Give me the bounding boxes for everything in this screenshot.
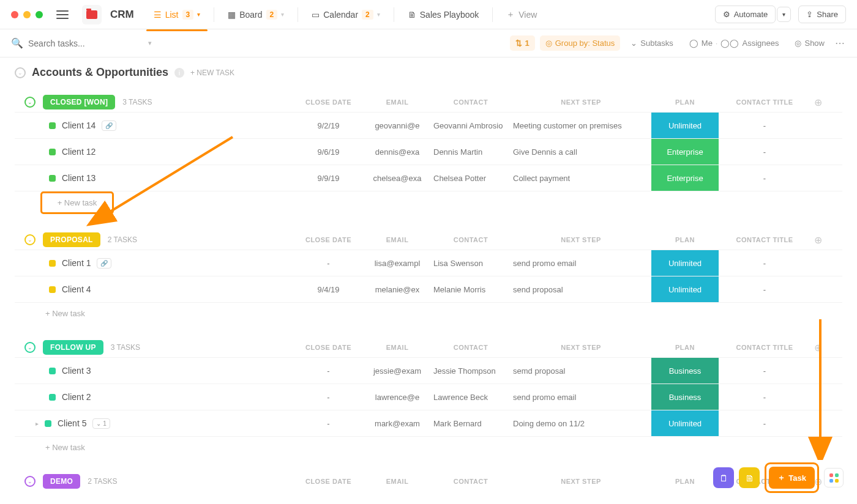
column-header[interactable]: EMAIL — [364, 236, 431, 243]
table-row[interactable]: Client 12 9/6/19dennis@exaDennis MartinG… — [15, 139, 842, 165]
column-header[interactable]: CLOSE DATE — [293, 478, 364, 485]
column-header[interactable]: CONTACT TITLE — [719, 236, 810, 243]
cell-close[interactable]: - — [293, 259, 364, 268]
column-header[interactable]: CLOSE DATE — [293, 98, 364, 106]
status-pill[interactable]: FOLLOW UP — [43, 340, 103, 355]
cell-close[interactable]: 9/6/19 — [293, 147, 364, 157]
plan-tag[interactable]: Business — [651, 384, 719, 410]
cell-contact-title[interactable]: - — [719, 147, 810, 157]
collapse-icon[interactable]: ⌄ — [15, 67, 26, 78]
cell-email[interactable]: jessie@exam — [364, 366, 431, 376]
cell-email[interactable]: mark@exam — [364, 419, 431, 428]
status-pill[interactable]: DEMO — [43, 474, 80, 489]
workspace-icon[interactable] — [82, 5, 102, 24]
column-header[interactable]: EMAIL — [364, 478, 431, 485]
menu-icon[interactable] — [56, 10, 69, 19]
cell-email[interactable]: lisa@exampl — [364, 259, 431, 268]
column-header[interactable]: CLOSE DATE — [293, 344, 364, 351]
cell-close[interactable]: - — [293, 393, 364, 402]
apps-button[interactable] — [824, 468, 844, 487]
plan-tag[interactable]: Unlimited — [651, 113, 719, 138]
tab-doc[interactable]: 🗎 Sales Playbook — [400, 5, 487, 24]
column-header[interactable]: CONTACT — [431, 236, 511, 243]
column-header[interactable]: NEXT STEP — [511, 478, 651, 485]
tab-calendar[interactable]: ▭ Calendar 2 ▾ — [304, 5, 387, 24]
plan-tag[interactable]: Enterprise — [651, 139, 719, 165]
plan-tag[interactable]: Unlimited — [651, 276, 719, 302]
cell-close[interactable]: - — [293, 419, 364, 428]
column-header[interactable]: NEXT STEP — [511, 236, 651, 243]
column-header[interactable]: EMAIL — [364, 98, 431, 106]
minimize-window-icon[interactable] — [23, 11, 31, 18]
cell-contact[interactable]: Mark Bernard — [431, 419, 511, 428]
cell-next[interactable]: Collect payment — [511, 174, 651, 183]
table-row[interactable]: Client 3 -jessie@examJessie Thompsonsemd… — [15, 357, 842, 384]
cell-contact[interactable]: Jessie Thompson — [431, 366, 511, 376]
column-header[interactable]: CLOSE DATE — [293, 236, 364, 243]
expand-icon[interactable]: ▸ — [36, 420, 39, 427]
cell-next[interactable]: Meeting customer on premises — [511, 121, 651, 130]
status-pill[interactable]: PROPOSAL — [43, 232, 100, 247]
column-header[interactable]: CONTACT — [431, 478, 511, 485]
info-icon[interactable]: i — [174, 68, 184, 78]
collapse-group-icon[interactable]: ⌄ — [24, 234, 36, 245]
table-row[interactable]: Client 14 🔗 9/2/19geovanni@eGeovanni Amb… — [15, 112, 842, 139]
clip-button[interactable]: 🗎 — [739, 467, 760, 488]
column-header[interactable]: CONTACT — [431, 98, 511, 106]
chevron-down-icon[interactable]: ▾ — [148, 39, 152, 47]
maximize-window-icon[interactable] — [36, 11, 43, 18]
groupby-button[interactable]: ◎ Group by: Status — [540, 35, 621, 51]
cell-contact[interactable]: Dennis Martin — [431, 147, 511, 157]
cell-close[interactable]: 9/4/19 — [293, 285, 364, 294]
add-view[interactable]: ＋ View — [499, 4, 544, 25]
link-icon[interactable]: 🔗 — [97, 258, 111, 269]
plan-tag[interactable]: Enterprise — [651, 165, 719, 191]
subtask-pill[interactable]: ⌄ 1 — [92, 418, 110, 429]
cell-contact-title[interactable]: - — [719, 259, 810, 268]
search-input[interactable] — [28, 39, 143, 48]
collapse-group-icon[interactable]: ⌄ — [24, 97, 36, 108]
cell-contact[interactable]: Lawrence Beck — [431, 393, 511, 402]
cell-next[interactable]: send promo email — [511, 393, 651, 402]
status-pill[interactable]: CLOSED [WON] — [43, 95, 115, 109]
new-task-row[interactable]: + New task — [15, 303, 842, 322]
cell-contact[interactable]: Lisa Swenson — [431, 259, 511, 268]
search-field[interactable]: 🔍 ▾ — [11, 37, 152, 49]
tab-board[interactable]: ▦ Board 2 ▾ — [220, 5, 291, 24]
link-icon[interactable]: 🔗 — [102, 120, 116, 131]
collapse-group-icon[interactable]: ⌄ — [24, 342, 36, 353]
column-header[interactable]: PLAN — [651, 344, 719, 351]
new-task-row[interactable]: + New task — [15, 437, 842, 456]
me-button[interactable]: ◯ Me · ◯◯ Assignees — [684, 35, 785, 51]
cell-contact-title[interactable]: - — [719, 121, 810, 130]
cell-contact-title[interactable]: - — [719, 419, 810, 428]
share-button[interactable]: ⇪ Share — [798, 6, 846, 23]
cell-next[interactable]: send promo email — [511, 259, 651, 268]
table-row[interactable]: ▸ Client 5 ⌄ 1-mark@examMark BernardDoin… — [15, 410, 842, 437]
cell-next[interactable]: Doing demo on 11/2 — [511, 419, 651, 428]
plan-tag[interactable]: Unlimited — [651, 410, 719, 436]
collapse-group-icon[interactable]: ⌄ — [24, 476, 36, 487]
filter-button[interactable]: ⇅ 1 — [510, 35, 535, 51]
notepad-button[interactable]: 🗒 — [713, 467, 734, 488]
table-row[interactable]: Client 4 9/4/19melanie@exMelanie Morriss… — [15, 276, 842, 303]
automate-dropdown[interactable]: ▾ — [777, 7, 791, 22]
cell-close[interactable]: 9/2/19 — [293, 121, 364, 130]
new-task-section[interactable]: + NEW TASK — [190, 69, 234, 77]
plan-tag[interactable]: Business — [651, 358, 719, 384]
column-header[interactable]: NEXT STEP — [511, 98, 651, 106]
cell-contact-title[interactable]: - — [719, 285, 810, 294]
cell-email[interactable]: lawrence@e — [364, 393, 431, 402]
table-row[interactable]: Client 2 -lawrence@eLawrence Becksend pr… — [15, 384, 842, 410]
column-header[interactable]: CONTACT — [431, 344, 511, 351]
add-column-button[interactable]: ⊕ — [810, 97, 825, 108]
column-header[interactable]: EMAIL — [364, 344, 431, 351]
cell-email[interactable]: melanie@ex — [364, 285, 431, 294]
cell-contact-title[interactable]: - — [719, 366, 810, 376]
column-header[interactable]: PLAN — [651, 98, 719, 106]
tab-list[interactable]: ☰ List 3 ▾ — [146, 5, 208, 24]
cell-contact-title[interactable]: - — [719, 174, 810, 183]
new-task-row[interactable]: + New task — [40, 191, 114, 214]
column-header[interactable]: CONTACT TITLE — [719, 98, 810, 106]
cell-email[interactable]: geovanni@e — [364, 121, 431, 130]
